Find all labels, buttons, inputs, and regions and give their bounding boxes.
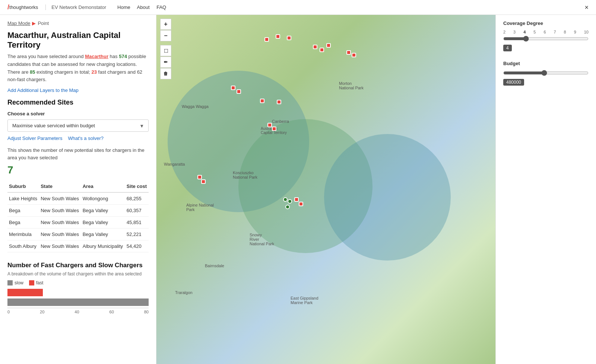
cell-4-3: 54,420: [125, 240, 149, 252]
col-site-cost: Site cost: [125, 181, 149, 192]
axis-20: 20: [40, 310, 44, 314]
choose-solver-label: Choose a solver: [7, 111, 149, 116]
table-row: MerimbulaNew South WalesBega Valley52,22…: [7, 229, 149, 240]
coverage-degree-slider[interactable]: [503, 36, 589, 42]
chart-desc: A breakdown of the volume of fast charge…: [7, 271, 149, 277]
nav-faq[interactable]: FAQ: [156, 4, 166, 10]
marker-5[interactable]: [320, 48, 324, 52]
budget-section: Budget 480000: [503, 61, 589, 86]
tick-8: 8: [564, 30, 566, 34]
chart-title: Number of Fast Chargers and Slow Charger…: [7, 262, 149, 269]
nav-home[interactable]: Home: [117, 4, 130, 10]
table-header-row: Suburb State Area Site cost: [7, 181, 149, 192]
marker-1[interactable]: [264, 37, 269, 42]
coverage-value-bubble: 4: [503, 45, 512, 51]
desc-part2: has: [108, 54, 119, 59]
draw-tool-button[interactable]: ✏: [160, 57, 171, 68]
recommended-sites-heading: Recommended Sites: [7, 99, 149, 106]
cell-2-3: 45,851: [125, 217, 149, 229]
cell-1-1: New South Wales: [39, 205, 81, 217]
bar-fast: [7, 289, 43, 296]
main-nav: Home About FAQ: [117, 4, 172, 10]
table-row: South AlburyNew South WalesAlbury Munici…: [7, 240, 149, 252]
marker-14[interactable]: [272, 127, 276, 131]
adjust-solver-link[interactable]: Adjust Solver Parameters: [7, 135, 62, 141]
tick-5: 5: [533, 30, 536, 34]
cell-1-3: 60,357: [125, 205, 149, 217]
region-description: The area you have selected around Macart…: [7, 53, 149, 84]
marker-17[interactable]: [294, 197, 299, 202]
cell-4-0: South Albury: [7, 240, 39, 252]
chart-section: Number of Fast Chargers and Slow Charger…: [7, 262, 149, 314]
marker-13[interactable]: [267, 123, 272, 127]
budget-value-bubble: 480000: [503, 79, 524, 86]
whats-solver-link[interactable]: What's a solver?: [68, 135, 104, 141]
marker-7[interactable]: [346, 50, 351, 55]
logo-text: thoughtworks: [9, 4, 38, 10]
cell-3-0: Merimbula: [7, 229, 39, 240]
cell-2-2: Bega Valley: [81, 217, 125, 229]
marker-6[interactable]: [326, 43, 331, 48]
coverage-degree-ticks: 2 3 4 5 6 7 8 9 10: [503, 30, 589, 34]
marker-18[interactable]: [299, 202, 303, 206]
col-area: Area: [81, 181, 125, 192]
cell-4-1: New South Wales: [39, 240, 81, 252]
breadcrumb: Map Mode ▶ Point: [7, 20, 149, 26]
marker-4[interactable]: [313, 45, 317, 49]
sites-table-body: Lake HeightsNew South WalesWollongong68,…: [7, 192, 149, 252]
marker-15[interactable]: [197, 175, 202, 179]
marker-12[interactable]: [277, 100, 281, 104]
add-layers-link[interactable]: Add Additional Layers to the Map: [7, 87, 149, 93]
green-marker-3[interactable]: [285, 205, 290, 209]
zoom-out-button[interactable]: −: [160, 30, 171, 41]
cell-0-1: New South Wales: [39, 192, 81, 205]
coverage-circle-3: [324, 134, 451, 261]
cell-0-0: Lake Heights: [7, 192, 39, 205]
green-marker-2[interactable]: [288, 199, 292, 204]
solver-dropdown-wrap: Maximise value serviced within budget Mi…: [7, 119, 149, 132]
table-row: Lake HeightsNew South WalesWollongong68,…: [7, 192, 149, 205]
cell-4-2: Albury Municipality: [81, 240, 125, 252]
zoom-in-button[interactable]: +: [160, 19, 171, 30]
desc-part5: fast chargers and: [97, 69, 137, 75]
axis-80: 80: [144, 310, 149, 314]
desc-part6: non-fast chargers.: [7, 77, 47, 82]
desc-existing: 85: [30, 69, 35, 75]
left-panel: Map Mode ▶ Point Macarthur, Australian C…: [0, 15, 156, 364]
green-marker-1[interactable]: [283, 197, 288, 202]
solver-dropdown[interactable]: Maximise value serviced within budget Mi…: [7, 119, 149, 132]
marker-9[interactable]: [231, 86, 235, 90]
budget-slider[interactable]: [503, 70, 589, 76]
sites-table: Suburb State Area Site cost Lake Heights…: [7, 181, 149, 252]
tick-10: 10: [584, 30, 589, 34]
nav-about[interactable]: About: [137, 4, 150, 10]
marker-3[interactable]: [287, 36, 291, 40]
map-container[interactable]: Wagga Wagga Canberra AustralianCapital T…: [156, 15, 495, 364]
breadcrumb-map-mode[interactable]: Map Mode: [7, 20, 30, 26]
marker-2[interactable]: [276, 34, 280, 39]
axis-0: 0: [7, 310, 10, 314]
coverage-degree-section: Coverage Degree 2 3 4 5 6 7 8 9 10 4: [503, 20, 589, 51]
bar-fast-row: [7, 288, 149, 297]
delete-tool-button[interactable]: 🗑: [160, 68, 171, 79]
budget-label: Budget: [503, 61, 589, 66]
close-button[interactable]: ×: [584, 3, 589, 11]
legend-fast-label: fast: [36, 280, 43, 285]
coverage-degree-label: Coverage Degree: [503, 20, 589, 26]
chart-legend: slow fast: [7, 280, 149, 285]
cell-3-3: 52,221: [125, 229, 149, 240]
desc-fast: 23: [91, 69, 96, 75]
sites-count: 7: [7, 164, 149, 176]
marker-10[interactable]: [237, 89, 241, 94]
tick-2: 2: [503, 30, 505, 34]
logo: / thoughtworks: [7, 3, 38, 11]
tick-6: 6: [543, 30, 546, 34]
cell-2-0: Bega: [7, 217, 39, 229]
select-tool-button[interactable]: ⬚: [160, 45, 171, 56]
legend-fast-color: [29, 280, 34, 285]
bar-slow-row: [7, 298, 149, 306]
breadcrumb-arrow: ▶: [32, 20, 36, 26]
marker-11[interactable]: [260, 99, 264, 103]
marker-16[interactable]: [201, 179, 206, 184]
marker-8[interactable]: [352, 53, 356, 57]
